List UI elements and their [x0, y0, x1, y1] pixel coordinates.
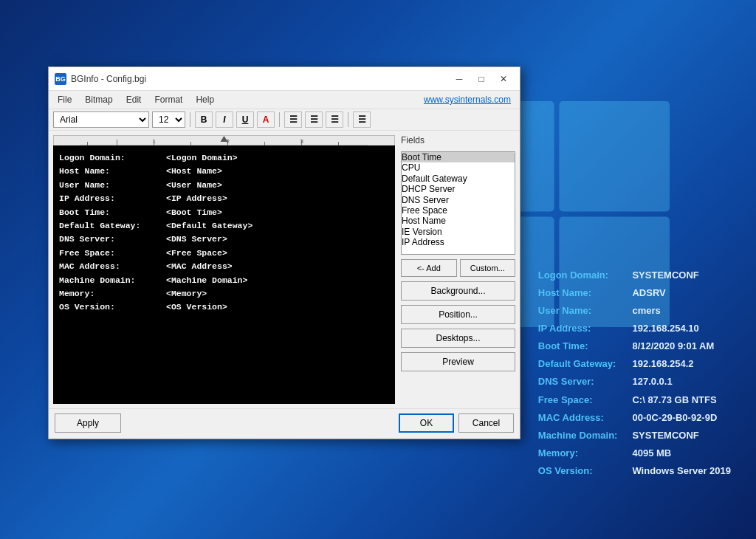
desktop-info-value: 00-0C-29-B0-92-9D	[629, 409, 734, 427]
desktop-info-label: OS Version:	[535, 462, 630, 480]
desktop-info-value: 4095 MB	[629, 444, 734, 462]
toolbar: Arial 12 B I U A ☰ ☰ ☰ ☰	[49, 109, 520, 131]
fields-option[interactable]: IE Version	[402, 227, 515, 237]
editor-row-value: <Memory>	[166, 287, 207, 301]
menu-edit[interactable]: Edit	[120, 92, 148, 107]
desktop-info-row: Free Space:C:\ 87.73 GB NTFS	[535, 391, 734, 409]
desktop-info-value: C:\ 87.73 GB NTFS	[629, 391, 734, 409]
editor-row-value: <MAC Address>	[166, 260, 233, 273]
menu-file[interactable]: File	[52, 92, 78, 107]
desktop-info-label: Free Space:	[535, 391, 630, 409]
editor-row: Free Space:<Free Space>	[59, 247, 389, 260]
minimize-button[interactable]: ─	[449, 72, 470, 86]
desktop-info-value: 192.168.254.10	[629, 320, 734, 337]
bold-button[interactable]: B	[195, 111, 213, 128]
right-panel: Fields Boot TimeCPUDefault GatewayDHCP S…	[401, 135, 515, 404]
preview-button[interactable]: Preview	[401, 352, 515, 371]
desktop-info-row: Default Gateway:192.168.254.2	[535, 355, 734, 373]
bginfo-window: BG BGInfo - Config.bgi ─ □ ✕ File Bitmap…	[48, 66, 520, 439]
desktop-info-label: Boot Time:	[535, 337, 630, 355]
editor-row: Default Gateway:<Default Gateway>	[59, 219, 389, 233]
desktop-info-label: MAC Address:	[535, 409, 630, 427]
sysinternals-link[interactable]: www.sysinternals.com	[424, 95, 517, 105]
desktop-info-value: SYSTEMCONF	[629, 267, 734, 284]
desktop-info-value: ADSRV	[629, 284, 734, 302]
menu-bitmap[interactable]: Bitmap	[79, 92, 118, 107]
position-button[interactable]: Position...	[401, 305, 515, 324]
editor-row-value: <User Name>	[166, 179, 222, 192]
desktops-button[interactable]: Desktops...	[401, 329, 515, 348]
fields-option[interactable]: DHCP Server	[402, 184, 515, 194]
cancel-button[interactable]: Cancel	[458, 413, 514, 433]
font-size-selector[interactable]: 12	[152, 111, 185, 128]
desktop-info-row: OS Version:Windows Server 2019	[535, 462, 734, 480]
maximize-button[interactable]: □	[471, 72, 492, 86]
desktop-info-row: IP Address:192.168.254.10	[535, 320, 734, 337]
editor-row: Host Name:<Host Name>	[59, 165, 389, 178]
svg-text:1: 1	[153, 138, 157, 145]
background-button[interactable]: Background...	[401, 281, 515, 301]
underline-button[interactable]: U	[236, 111, 254, 128]
editor-row-label: IP Address:	[59, 192, 166, 205]
desktop: Logon Domain:SYSTEMCONFHost Name:ADSRVUs…	[0, 0, 756, 539]
desktop-info-label: Default Gateway:	[535, 355, 630, 373]
fields-option[interactable]: IP Address	[402, 237, 515, 247]
desktop-info-label: Memory:	[535, 444, 630, 462]
ok-cancel-buttons: OK Cancel	[399, 413, 514, 433]
desktop-info-row: MAC Address:00-0C-29-B0-92-9D	[535, 409, 734, 427]
desktop-info-label: IP Address:	[535, 320, 630, 337]
desktop-info-label: User Name:	[535, 302, 630, 320]
list-button[interactable]: ☰	[353, 111, 371, 128]
editor-row: IP Address:<IP Address>	[59, 192, 389, 205]
italic-button[interactable]: I	[216, 111, 233, 128]
desktop-info-value: 8/12/2020 9:01 AM	[629, 337, 734, 355]
font-selector[interactable]: Arial	[53, 111, 149, 128]
fields-option[interactable]: Boot Time	[402, 152, 515, 162]
editor-row-value: <Logon Domain>	[166, 151, 238, 165]
fields-option[interactable]: Free Space	[402, 205, 515, 216]
editor-row-label: User Name:	[59, 179, 166, 192]
fields-option[interactable]: Host Name	[402, 216, 515, 226]
align-left-button[interactable]: ☰	[284, 111, 302, 128]
add-button[interactable]: <- Add	[401, 259, 457, 277]
desktop-info-row: Boot Time:8/12/2020 9:01 AM	[535, 337, 734, 355]
apply-button[interactable]: Apply	[55, 413, 121, 433]
editor-row-label: DNS Server:	[59, 233, 166, 246]
desktop-info-row: User Name:cmers	[535, 302, 734, 320]
bottom-buttons: Apply OK Cancel	[49, 408, 520, 439]
custom-button[interactable]: Custom...	[460, 259, 516, 277]
desktop-info-label: Host Name:	[535, 284, 630, 302]
ok-button[interactable]: OK	[399, 413, 454, 433]
desktop-info-row: DNS Server:127.0.0.1	[535, 373, 734, 391]
toolbar-separator-2	[279, 112, 280, 127]
app-icon: BG	[55, 73, 66, 85]
fields-option[interactable]: DNS Server	[402, 195, 515, 205]
editor-row-value: <Boot Time>	[166, 206, 222, 219]
toolbar-separator-1	[190, 112, 190, 127]
title-controls: ─ □ ✕	[449, 72, 514, 86]
desktop-info-value: Windows Server 2019	[629, 462, 734, 480]
editor-row-value: <Host Name>	[166, 165, 222, 178]
editor-content[interactable]: Logon Domain:<Logon Domain>Host Name:<Ho…	[53, 145, 395, 404]
editor-row-label: Host Name:	[59, 165, 166, 178]
menu-format[interactable]: Format	[148, 92, 188, 107]
fields-select[interactable]: Boot TimeCPUDefault GatewayDHCP ServerDN…	[402, 152, 515, 254]
fields-option[interactable]: Default Gateway	[402, 174, 515, 184]
align-right-button[interactable]: ☰	[326, 111, 343, 128]
fields-option[interactable]: CPU	[402, 162, 515, 173]
desktop-info-label: DNS Server:	[535, 373, 630, 391]
desktop-info-value: 192.168.254.2	[629, 355, 734, 373]
fields-listbox[interactable]: Boot TimeCPUDefault GatewayDHCP ServerDN…	[401, 151, 515, 255]
editor-row: Machine Domain:<Machine Domain>	[59, 274, 389, 287]
align-center-button[interactable]: ☰	[305, 111, 323, 128]
font-color-button[interactable]: A	[257, 111, 275, 128]
editor-row-label: Default Gateway:	[59, 219, 166, 233]
editor-row-label: Boot Time:	[59, 206, 166, 219]
desktop-system-info: Logon Domain:SYSTEMCONFHost Name:ADSRVUs…	[535, 267, 734, 480]
editor-row-value: <IP Address>	[166, 192, 227, 205]
close-button[interactable]: ✕	[493, 72, 514, 86]
menu-help[interactable]: Help	[190, 92, 220, 107]
editor-row-label: OS Version:	[59, 301, 166, 314]
svg-rect-1	[559, 101, 670, 212]
svg-text:2: 2	[227, 138, 230, 145]
